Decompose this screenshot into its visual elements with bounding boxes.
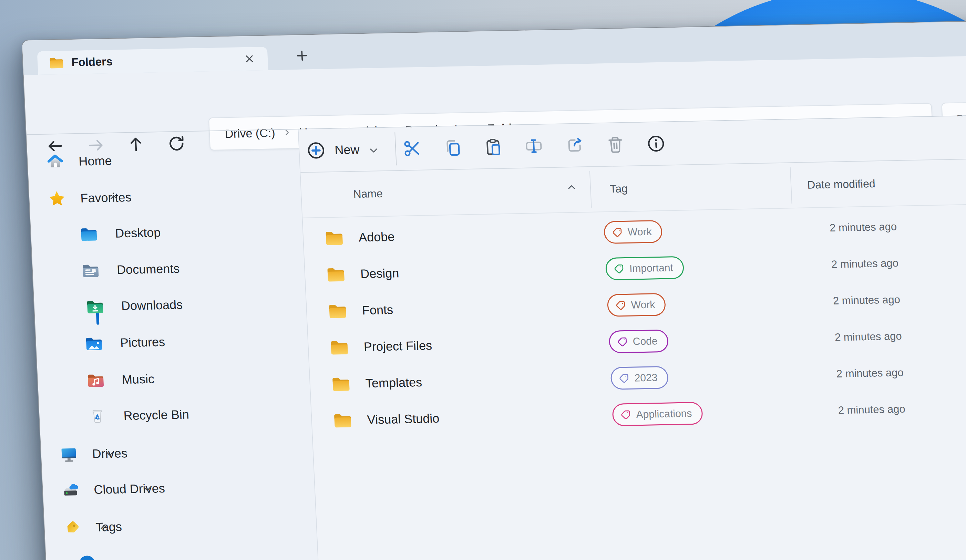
documents-icon bbox=[80, 261, 100, 280]
sidebar-item-label: Documents bbox=[117, 261, 180, 277]
plus-circle-icon bbox=[306, 141, 326, 160]
tag-pill[interactable]: Important bbox=[605, 256, 684, 281]
info-icon[interactable] bbox=[646, 134, 666, 154]
tag-pill[interactable]: Applications bbox=[612, 402, 703, 426]
tag-pill[interactable]: 2023 bbox=[610, 366, 669, 390]
tag-label: Applications bbox=[636, 407, 692, 420]
column-divider[interactable] bbox=[790, 167, 792, 204]
cloud-drive-icon bbox=[61, 481, 80, 499]
column-header-name[interactable]: Name bbox=[353, 187, 383, 201]
sidebar-item-label: Downloads bbox=[121, 297, 183, 314]
tag-label: Important bbox=[629, 262, 673, 274]
close-icon[interactable] bbox=[243, 53, 256, 65]
share-icon[interactable] bbox=[565, 135, 585, 155]
sidebar-item-label: Favorites bbox=[80, 190, 131, 205]
column-header-date-modified[interactable]: Date modified bbox=[807, 177, 876, 192]
tag-pill[interactable]: Work bbox=[604, 220, 663, 244]
new-button[interactable]: New bbox=[306, 128, 380, 172]
sidebar-item-downloads[interactable]: Downloads bbox=[34, 284, 307, 326]
music-icon bbox=[86, 371, 106, 389]
folder-icon bbox=[325, 266, 346, 283]
file-name: Design bbox=[360, 266, 399, 281]
tag-glyph-icon bbox=[618, 373, 630, 384]
folder-icon bbox=[324, 229, 345, 246]
tag-color-dot bbox=[79, 555, 95, 560]
pictures-icon bbox=[84, 334, 104, 352]
home-icon bbox=[46, 153, 64, 171]
sidebar-item-label: Recycle Bin bbox=[123, 407, 189, 423]
file-list: Adobe Work 2 minutes ago Design Importan… bbox=[303, 205, 966, 439]
sidebar-item-cloud-drives[interactable]: Cloud Drives bbox=[42, 467, 315, 509]
sort-ascending-icon[interactable] bbox=[566, 182, 577, 192]
sidebar-item-label: Home bbox=[78, 154, 112, 169]
file-name: Visual Studio bbox=[367, 411, 440, 427]
downloads-folder-icon bbox=[85, 297, 105, 315]
file-name: Templates bbox=[365, 375, 422, 391]
tag-glyph-icon bbox=[615, 300, 626, 311]
app-window: Folders Drive (C:) Users yaich Downloads… bbox=[21, 20, 966, 560]
tag-icon bbox=[63, 519, 81, 537]
date-modified: 2 minutes ago bbox=[799, 294, 900, 308]
sidebar-item-pictures[interactable]: Pictures bbox=[35, 321, 308, 363]
paste-icon[interactable] bbox=[483, 137, 503, 157]
chevron-down-icon[interactable] bbox=[142, 484, 153, 494]
new-button-label: New bbox=[334, 142, 360, 157]
sidebar-item-label: Desktop bbox=[115, 225, 161, 241]
date-modified: 2 minutes ago bbox=[796, 220, 897, 235]
sidebar-item-tags[interactable]: Tags bbox=[44, 504, 317, 547]
sidebar-item-documents[interactable]: Documents bbox=[32, 248, 305, 290]
cut-icon[interactable] bbox=[402, 139, 422, 158]
tag-pill[interactable]: Code bbox=[608, 330, 669, 353]
tag-label: 2023 bbox=[634, 372, 658, 384]
sidebar-item-favorites[interactable]: Favorites bbox=[29, 176, 302, 218]
tag-glyph-icon bbox=[611, 227, 623, 238]
star-icon bbox=[48, 190, 66, 208]
sidebar-item-recycle-bin[interactable]: Recycle Bin bbox=[39, 394, 312, 436]
tag-glyph-icon bbox=[620, 409, 631, 420]
divider bbox=[394, 132, 396, 165]
tag-glyph-icon bbox=[613, 263, 624, 274]
date-modified: 2 minutes ago bbox=[803, 366, 904, 381]
date-modified: 2 minutes ago bbox=[801, 330, 902, 345]
file-pane: New bbox=[299, 115, 966, 560]
tag-glyph-icon bbox=[617, 336, 628, 348]
sidebar-item-label: Cloud Drives bbox=[94, 481, 165, 497]
tag-label: Work bbox=[628, 226, 652, 238]
folder-icon bbox=[48, 56, 65, 70]
column-header-tag[interactable]: Tag bbox=[610, 182, 628, 195]
folder-icon bbox=[329, 339, 350, 356]
tag-pill[interactable]: Work bbox=[607, 293, 666, 317]
recycle-bin-icon bbox=[87, 407, 107, 425]
sidebar-item-drives[interactable]: Drives bbox=[40, 431, 314, 473]
chevron-up-icon[interactable] bbox=[99, 522, 110, 532]
tab-title: Folders bbox=[71, 55, 113, 69]
sidebar-item-home[interactable]: Home bbox=[27, 139, 300, 181]
file-name: Fonts bbox=[362, 303, 393, 318]
desktop-folder-icon bbox=[79, 225, 99, 243]
tag-label: Work bbox=[631, 299, 655, 310]
file-name: Project Files bbox=[363, 338, 432, 354]
desktop: { "tab": { "title": "Folders" }, "breadc… bbox=[0, 0, 966, 560]
sidebar-item-music[interactable]: Music bbox=[37, 358, 310, 399]
date-modified: 2 minutes ago bbox=[798, 257, 899, 271]
folder-icon bbox=[331, 375, 352, 392]
date-modified: 2 minutes ago bbox=[805, 403, 906, 417]
sidebar-item-label: Pictures bbox=[120, 335, 165, 350]
copy-icon[interactable] bbox=[443, 138, 463, 158]
sidebar-item-desktop[interactable]: Desktop bbox=[30, 212, 304, 253]
file-name: Adobe bbox=[358, 229, 395, 245]
rename-icon[interactable] bbox=[524, 136, 544, 156]
folder-icon bbox=[327, 302, 348, 319]
delete-icon[interactable] bbox=[605, 135, 626, 154]
chevron-up-icon[interactable] bbox=[108, 192, 119, 203]
new-tab-icon[interactable] bbox=[294, 48, 310, 63]
folder-icon bbox=[332, 412, 353, 429]
monitor-icon bbox=[59, 445, 78, 463]
sidebar: Home Favorites Desktop bbox=[26, 130, 319, 560]
column-divider[interactable] bbox=[590, 171, 592, 208]
tag-label: Code bbox=[632, 335, 658, 347]
chevron-down-icon[interactable] bbox=[104, 448, 115, 459]
sidebar-item-label: Music bbox=[122, 372, 155, 387]
chevron-down-icon bbox=[368, 145, 379, 156]
